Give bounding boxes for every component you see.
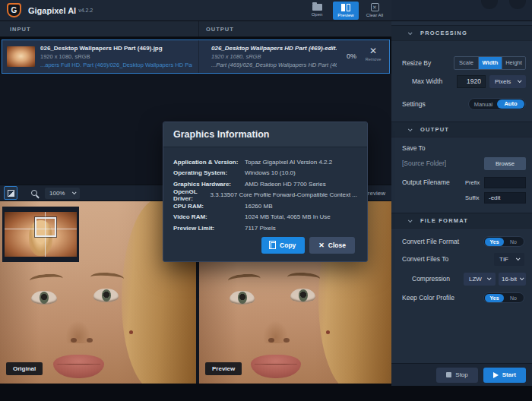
file-format-section-header[interactable]: FILE FORMAT bbox=[391, 213, 532, 229]
open-button[interactable]: Open bbox=[304, 2, 330, 20]
start-button-label: Start bbox=[502, 371, 516, 378]
convert-file-format-toggle: Yes No bbox=[483, 236, 524, 247]
max-width-unit-dropdown[interactable]: Pixels bbox=[489, 75, 526, 88]
titlebar-right bbox=[391, 0, 532, 21]
processing-section-header[interactable]: PROCESSING bbox=[391, 25, 532, 41]
preview-button-label: Preview bbox=[337, 13, 353, 17]
output-filename-label: Output Filename bbox=[402, 178, 450, 186]
dialog-row-label: Graphics Hardware: bbox=[173, 181, 245, 188]
copy-button[interactable]: Copy bbox=[261, 237, 305, 254]
chevron-down-icon bbox=[408, 127, 413, 131]
output-column-header: OUTPUT bbox=[199, 21, 234, 36]
dialog-row-label: OpenGL Driver: bbox=[173, 188, 211, 202]
file-queue-row[interactable]: 026_Desktop Wallpapers HD Part (469).jpg… bbox=[2, 39, 390, 74]
processing-section-title: PROCESSING bbox=[420, 30, 467, 36]
resize-option-scale[interactable]: Scale bbox=[454, 57, 478, 69]
dialog-row-value: 7117 Pixels bbox=[245, 225, 276, 232]
copy-button-label: Copy bbox=[280, 242, 296, 249]
graphics-information-dialog: Graphics Information Application & Versi… bbox=[163, 122, 368, 262]
dialog-row: Preview Limit:7117 Pixels bbox=[173, 223, 357, 234]
bit-depth-dropdown[interactable]: 16-bit bbox=[499, 273, 526, 286]
app-title: Gigapixel AI bbox=[28, 6, 76, 15]
settings-option-manual[interactable]: Manual bbox=[470, 101, 497, 108]
convert-file-format-label: Convert File Format bbox=[402, 238, 459, 245]
resize-by-label: Resize By bbox=[402, 59, 431, 67]
dialog-row-label: Video RAM: bbox=[173, 213, 245, 220]
chevron-down-icon bbox=[518, 78, 522, 83]
split-preview-icon bbox=[341, 4, 350, 11]
compression-value: LZW bbox=[469, 276, 482, 283]
input-column-header: INPUT bbox=[0, 21, 199, 36]
preview-button[interactable]: Preview bbox=[333, 2, 359, 20]
dialog-row-value: Windows 10 (10.0) bbox=[245, 169, 296, 176]
convert-file-format-yes[interactable]: Yes bbox=[485, 238, 504, 246]
titlebar: G Gigapixel AI v4.2.2 Open Preview ✕ Cle… bbox=[0, 0, 391, 21]
chevron-down-icon bbox=[72, 190, 77, 194]
max-width-input[interactable] bbox=[457, 75, 486, 88]
dialog-row-value: 16260 MB bbox=[245, 203, 272, 210]
suffix-label: Suffix bbox=[465, 194, 480, 201]
prefix-input[interactable] bbox=[484, 177, 526, 188]
chevron-down-icon bbox=[408, 30, 413, 35]
dialog-row-value: 1024 MB Total, 4065 MB In Use bbox=[245, 213, 331, 220]
remove-icon: ✕ bbox=[363, 46, 383, 55]
output-file-path: ...Part (469)/026_Desktop Wallpapers HD … bbox=[211, 62, 337, 68]
zoom-level-value: 100% bbox=[49, 190, 65, 197]
play-icon bbox=[493, 372, 499, 378]
decorative-circle bbox=[481, 0, 498, 9]
max-width-label: Max Width bbox=[412, 77, 442, 85]
chevron-down-icon bbox=[487, 276, 492, 280]
dialog-title: Graphics Information bbox=[163, 122, 367, 147]
dialog-row: Operating System:Windows 10 (10.0) bbox=[173, 168, 357, 179]
keep-color-profile-yes[interactable]: Yes bbox=[485, 294, 504, 302]
navigator-thumbnail[interactable] bbox=[5, 212, 77, 257]
dialog-row-label: Application & Version: bbox=[173, 159, 245, 166]
save-to-value: [Source Folder] bbox=[402, 159, 446, 167]
zoom-magnifier-icon[interactable] bbox=[31, 190, 37, 196]
output-section-header[interactable]: OUTPUT bbox=[391, 122, 532, 137]
prefix-label: Prefix bbox=[465, 179, 480, 186]
close-icon: ✕ bbox=[318, 242, 325, 249]
resize-option-height[interactable]: Height bbox=[502, 57, 525, 69]
app-logo-icon: G bbox=[7, 3, 21, 17]
original-badge: Original bbox=[6, 362, 43, 375]
compression-dropdown[interactable]: LZW bbox=[464, 273, 496, 286]
keep-color-profile-label: Keep Color Profile bbox=[402, 294, 454, 302]
remove-file-button[interactable]: ✕ Remove bbox=[363, 46, 383, 62]
navigator-toggle-button[interactable] bbox=[4, 186, 17, 200]
input-filename: 026_Desktop Wallpapers HD Part (469).jpg bbox=[40, 45, 192, 52]
output-dimensions: 1920 x 1080, sRGB bbox=[211, 53, 337, 60]
keep-color-profile-no[interactable]: No bbox=[504, 295, 523, 301]
resize-option-width[interactable]: Width bbox=[478, 57, 502, 69]
navigator-icon bbox=[8, 190, 14, 197]
dialog-row-value: 3.3.13507 Core Profile Forward-Compatibl… bbox=[211, 191, 357, 198]
input-file-path[interactable]: ...apers Full HD. Part (469)/026_Desktop… bbox=[40, 62, 192, 68]
copy-icon bbox=[271, 242, 276, 249]
dialog-row-label: Preview Limit: bbox=[173, 225, 245, 232]
file-output-cell: 026_Desktop Wallpapers HD Part (469)-edi… bbox=[199, 40, 389, 73]
remove-label: Remove bbox=[363, 57, 383, 62]
app-version: v4.2.2 bbox=[78, 8, 93, 13]
dialog-row: OpenGL Driver:3.3.13507 Core Profile For… bbox=[173, 190, 357, 201]
navigator-selection-box[interactable] bbox=[35, 217, 56, 237]
convert-files-to-value: TIF bbox=[499, 256, 508, 263]
compression-label: Compression bbox=[412, 275, 450, 283]
sidebar-footer: Stop Start bbox=[391, 363, 532, 386]
output-filename: 026_Desktop Wallpapers HD Part (469)-edi… bbox=[211, 45, 337, 52]
output-section-title: OUTPUT bbox=[420, 126, 449, 133]
navigator-panel bbox=[2, 207, 79, 262]
convert-file-format-no[interactable]: No bbox=[504, 239, 523, 245]
keep-color-profile-toggle: Yes No bbox=[483, 292, 524, 303]
close-button[interactable]: ✕ Close bbox=[309, 237, 355, 254]
browse-button[interactable]: Browse bbox=[484, 157, 526, 170]
suffix-input[interactable] bbox=[484, 192, 526, 204]
dialog-row-value: Topaz Gigapixel AI Version 4.2.2 bbox=[245, 159, 332, 166]
zoom-level-dropdown[interactable]: 100% bbox=[45, 188, 80, 199]
stop-button[interactable]: Stop bbox=[436, 368, 477, 383]
settings-option-auto[interactable]: Auto bbox=[497, 99, 524, 109]
start-button[interactable]: Start bbox=[483, 368, 526, 383]
convert-files-to-dropdown[interactable]: TIF bbox=[494, 253, 524, 266]
clear-all-button[interactable]: ✕ Clear All bbox=[362, 2, 388, 20]
queue-column-headers: INPUT OUTPUT bbox=[0, 21, 391, 37]
resize-by-segmented-control: Scale Width Height bbox=[454, 56, 526, 70]
